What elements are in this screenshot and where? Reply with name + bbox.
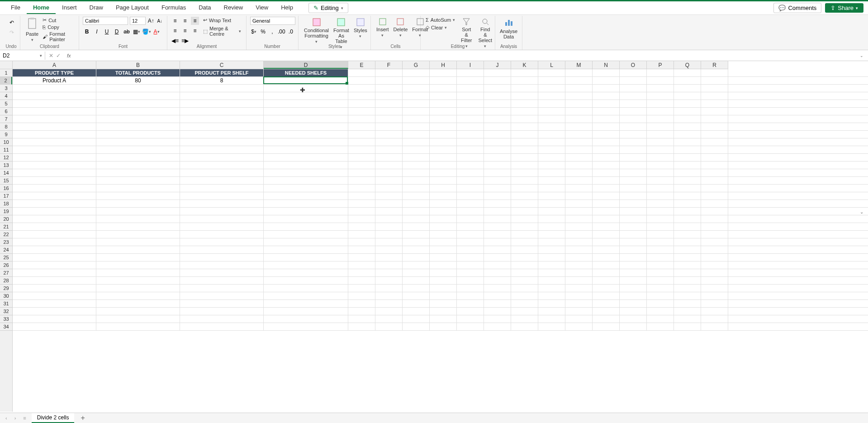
cell-H31[interactable] xyxy=(430,300,457,307)
cell-D27[interactable] xyxy=(264,269,348,276)
cell-B5[interactable] xyxy=(96,100,180,107)
cell-B34[interactable] xyxy=(96,323,180,330)
cell-J22[interactable] xyxy=(484,231,511,238)
cell-I21[interactable] xyxy=(457,223,484,230)
cell-E11[interactable] xyxy=(348,146,375,153)
cell-R24[interactable] xyxy=(701,246,728,253)
cell-O34[interactable] xyxy=(620,323,647,330)
cell-C12[interactable] xyxy=(180,154,264,161)
cell-I18[interactable] xyxy=(457,200,484,207)
cell-Q25[interactable] xyxy=(674,254,701,261)
row-header-28[interactable]: 28 xyxy=(0,277,12,285)
cell-P19[interactable] xyxy=(647,208,674,215)
cell-P23[interactable] xyxy=(647,238,674,246)
align-middle-button[interactable]: ≡ xyxy=(181,17,189,25)
menu-review[interactable]: Review xyxy=(218,2,250,14)
cell-Q8[interactable] xyxy=(674,123,701,130)
cell-J28[interactable] xyxy=(484,277,511,284)
cell-K26[interactable] xyxy=(511,261,538,269)
cell-Q4[interactable] xyxy=(674,92,701,100)
cell-O30[interactable] xyxy=(620,292,647,299)
cell-E15[interactable] xyxy=(348,177,375,184)
cell-G16[interactable] xyxy=(403,185,430,192)
font-color-button[interactable]: A▾ xyxy=(152,28,161,36)
cell-C34[interactable] xyxy=(180,323,264,330)
cell-K29[interactable] xyxy=(511,285,538,292)
cell-J17[interactable] xyxy=(484,192,511,200)
cell-N9[interactable] xyxy=(593,131,620,138)
cell-F5[interactable] xyxy=(375,100,403,107)
cell-O3[interactable] xyxy=(620,85,647,92)
cell-E17[interactable] xyxy=(348,192,375,200)
cell-C19[interactable] xyxy=(180,208,264,215)
name-box[interactable]: D2 ▾ xyxy=(0,52,45,60)
cell-O5[interactable] xyxy=(620,100,647,107)
cell-B17[interactable] xyxy=(96,192,180,200)
cell-B19[interactable] xyxy=(96,208,180,215)
cell-B6[interactable] xyxy=(96,108,180,115)
cell-M19[interactable] xyxy=(565,208,593,215)
cell-O23[interactable] xyxy=(620,238,647,246)
cell-N6[interactable] xyxy=(593,108,620,115)
cell-G6[interactable] xyxy=(403,108,430,115)
cell-M24[interactable] xyxy=(565,246,593,253)
cell-F30[interactable] xyxy=(375,292,403,299)
cell-H26[interactable] xyxy=(430,261,457,269)
column-header-I[interactable]: I xyxy=(457,61,484,69)
cell-Q31[interactable] xyxy=(674,300,701,307)
cell-H17[interactable] xyxy=(430,192,457,200)
cell-G32[interactable] xyxy=(403,308,430,315)
cell-D19[interactable] xyxy=(264,208,348,215)
cell-D33[interactable] xyxy=(264,315,348,323)
cell-N33[interactable] xyxy=(593,315,620,323)
cell-B9[interactable] xyxy=(96,131,180,138)
cell-I12[interactable] xyxy=(457,154,484,161)
cell-E23[interactable] xyxy=(348,238,375,246)
cell-D13[interactable] xyxy=(264,162,348,169)
row-header-10[interactable]: 10 xyxy=(0,138,12,146)
row-header-6[interactable]: 6 xyxy=(0,108,12,115)
cell-N18[interactable] xyxy=(593,200,620,207)
cell-K15[interactable] xyxy=(511,177,538,184)
cell-M16[interactable] xyxy=(565,185,593,192)
cell-M6[interactable] xyxy=(565,108,593,115)
row-header-9[interactable]: 9 xyxy=(0,131,12,138)
cell-N2[interactable] xyxy=(593,77,620,84)
cell-F19[interactable] xyxy=(375,208,403,215)
cell-G12[interactable] xyxy=(403,154,430,161)
cell-J26[interactable] xyxy=(484,261,511,269)
decrease-decimal-button[interactable]: .0 xyxy=(287,28,294,36)
menu-view[interactable]: View xyxy=(249,2,275,14)
column-header-R[interactable]: R xyxy=(701,61,728,69)
cell-L13[interactable] xyxy=(538,162,565,169)
cell-M9[interactable] xyxy=(565,131,593,138)
cell-E22[interactable] xyxy=(348,231,375,238)
cell-H16[interactable] xyxy=(430,185,457,192)
cell-I16[interactable] xyxy=(457,185,484,192)
cell-Q22[interactable] xyxy=(674,231,701,238)
fx-icon[interactable]: fx xyxy=(64,53,74,58)
cell-Q18[interactable] xyxy=(674,200,701,207)
cell-B12[interactable] xyxy=(96,154,180,161)
cell-Q5[interactable] xyxy=(674,100,701,107)
cell-R3[interactable] xyxy=(701,85,728,92)
cell-H4[interactable] xyxy=(430,92,457,100)
cell-M12[interactable] xyxy=(565,154,593,161)
cell-A31[interactable] xyxy=(13,300,96,307)
cell-I22[interactable] xyxy=(457,231,484,238)
cell-J7[interactable] xyxy=(484,115,511,123)
cell-K31[interactable] xyxy=(511,300,538,307)
cell-A24[interactable] xyxy=(13,246,96,253)
cell-C6[interactable] xyxy=(180,108,264,115)
cell-Q17[interactable] xyxy=(674,192,701,200)
cell-I3[interactable] xyxy=(457,85,484,92)
cell-O20[interactable] xyxy=(620,215,647,223)
cell-A3[interactable] xyxy=(13,85,96,92)
cell-R19[interactable] xyxy=(701,208,728,215)
cell-F10[interactable] xyxy=(375,138,403,146)
row-header-17[interactable]: 17 xyxy=(0,192,12,200)
cell-L25[interactable] xyxy=(538,254,565,261)
column-header-O[interactable]: O xyxy=(620,61,647,69)
cell-H20[interactable] xyxy=(430,215,457,223)
cell-J32[interactable] xyxy=(484,308,511,315)
